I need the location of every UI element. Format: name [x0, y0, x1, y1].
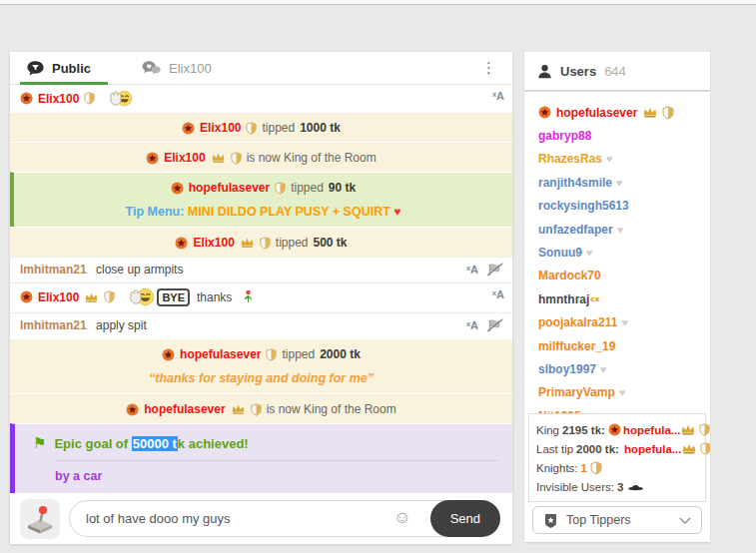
goal-selected-text: 50000 t [132, 436, 178, 451]
knights-line: Knights: 1 [536, 458, 698, 477]
user-name: PrimaryVamp [538, 385, 615, 399]
king-action-text: is now King of the Room [267, 402, 396, 416]
knights-label: Knights: [536, 462, 578, 474]
translate-icon[interactable]: ˣA [466, 319, 478, 331]
goal-flag-icon: ⚑ [33, 434, 46, 452]
user-list-item[interactable]: gabryp88 [538, 124, 710, 147]
ignore-flag-icon[interactable] [486, 318, 504, 332]
star-badge-icon [608, 423, 621, 436]
shield-badge-icon [231, 152, 242, 165]
chat-message-tip: Elix100 tipped 1000 tk [10, 112, 512, 142]
user-name: slboy1997 [538, 362, 596, 376]
top-strip [0, 0, 756, 5]
tip-amount: 1000 tk [300, 121, 341, 135]
last-tip-username[interactable]: hopefula... [624, 443, 682, 455]
tip-note-text: “thanks for staying and doing for me” [10, 371, 512, 385]
heart-icon: ♥ [600, 363, 607, 375]
users-title: Users [560, 64, 596, 79]
tip-action-text: tipped [262, 121, 295, 135]
knights-count: 1 [581, 462, 587, 474]
crown-icon [680, 423, 696, 436]
emoji-picker-icon[interactable]: ☺ [393, 508, 410, 528]
username[interactable]: lmhitman21 [20, 318, 87, 332]
user-list-item[interactable]: hmnthraj cx [538, 287, 710, 310]
tip-menu-label: Tip Menu: [126, 205, 185, 219]
username[interactable]: hopefulasever [189, 181, 270, 195]
user-list-item[interactable]: RhazesRas ♥ [538, 148, 710, 171]
username[interactable]: hopefulasever [144, 402, 225, 416]
top-tippers-dropdown[interactable]: Top Tippers [532, 506, 702, 534]
emote-combo [128, 287, 155, 306]
shield-badge-icon [251, 403, 262, 416]
send-button[interactable]: Send [430, 500, 500, 537]
username[interactable]: Elix100 [164, 151, 205, 165]
star-badge-icon [175, 237, 188, 250]
chat-message: lmhitman21 close up armpits ˣA [10, 257, 512, 282]
tip-amount: 500 tk [314, 236, 348, 250]
king-action-text: is now King of the Room [247, 151, 377, 165]
shield-badge-icon [699, 423, 710, 436]
user-list-item[interactable]: milffucker_19 [538, 334, 710, 357]
king-username[interactable]: hopefula... [623, 424, 681, 436]
star-badge-icon [538, 106, 551, 119]
epic-goal-banner: ⚑ Epic goal of 50000 tk achieved! by a c… [10, 423, 512, 493]
star-badge-icon [126, 403, 139, 416]
user-list-item[interactable]: hopefulasever [538, 101, 710, 124]
user-name: RhazesRas [538, 152, 602, 166]
translate-icon[interactable]: ˣA [492, 90, 504, 102]
user-list-item[interactable]: unfazedfaper ♥ [538, 218, 710, 241]
shield-badge-icon [700, 442, 710, 455]
heart-icon: ♥ [616, 177, 623, 189]
shield-badge-icon [104, 290, 115, 303]
user-list-item[interactable]: rockysingh5613 [538, 195, 710, 218]
dropdown-selected-label: Top Tippers [566, 513, 671, 527]
chat-bubble-icon [26, 60, 45, 77]
last-tip-line: Last tip 2000 tk: hopefula... [536, 439, 698, 458]
username[interactable]: Elix100 [200, 121, 241, 135]
user-list: hopefulasever gabryp88 RhazesRas ♥ ranji… [524, 92, 710, 418]
plant-emote-icon [243, 289, 254, 304]
translate-icon[interactable]: ˣA [466, 264, 478, 276]
chat-message-king: hopefulasever is now King of the Room [10, 393, 512, 423]
users-panel: Users 644 hopefulasever gabryp88 Rhazes [524, 52, 710, 542]
crown-icon [84, 291, 99, 303]
username[interactable]: hopefulasever [180, 347, 261, 361]
user-name: hmnthraj [538, 292, 589, 306]
heart-icon: ♥ [586, 247, 593, 259]
chat-message-list: Elix100 ˣA Elix100 tipped [10, 85, 512, 493]
message-input-wrap: ☺ [69, 500, 467, 537]
tip-menu-line: Tip Menu: MINI DILDO PLAY PUSY + SQUIRT … [14, 205, 512, 219]
user-name: rockysingh5613 [538, 199, 629, 213]
chat-options-menu-icon[interactable]: ⋮ [475, 58, 502, 78]
tip-action-text: tipped [291, 181, 324, 195]
heart-icon: ♥ [619, 386, 626, 398]
user-name: Sonuu9 [538, 246, 582, 260]
chat-message: Elix100 ˣA [10, 85, 512, 112]
user-list-item[interactable]: Sonuu9 ♥ [538, 241, 710, 264]
tip-action-text: tipped [282, 347, 315, 361]
username[interactable]: Elix100 [38, 92, 79, 106]
private-chat-bubbles-icon [141, 60, 162, 77]
translate-icon[interactable]: ˣA [492, 288, 504, 300]
user-list-item[interactable]: slboy1997 ♥ [538, 357, 710, 380]
username[interactable]: Elix100 [193, 236, 234, 250]
user-name: Mardock70 [538, 269, 601, 282]
tab-private-elix100[interactable]: Elix100 [137, 52, 216, 84]
shield-badge-icon [590, 461, 602, 475]
last-tip-label: Last tip [536, 443, 573, 455]
ignore-flag-icon[interactable] [486, 263, 504, 276]
games-button[interactable] [20, 499, 60, 539]
message-composer: ☺ Send [10, 493, 512, 544]
shield-badge-icon [260, 237, 271, 250]
user-list-item[interactable]: Mardock70 [538, 265, 710, 287]
tab-public[interactable]: Public [22, 52, 95, 84]
username[interactable]: lmhitman21 [20, 263, 87, 276]
user-name: hopefulasever [556, 106, 637, 120]
user-list-item[interactable]: poojakalra211 ♥ [538, 311, 710, 334]
tab-public-label: Public [52, 61, 91, 76]
username[interactable]: Elix100 [38, 290, 79, 304]
crown-icon [681, 442, 697, 455]
user-list-item[interactable]: PrimaryVamp ♥ [538, 381, 710, 404]
user-list-item[interactable]: ranjith4smile ♥ [538, 171, 710, 194]
message-text: thanks [197, 290, 232, 304]
